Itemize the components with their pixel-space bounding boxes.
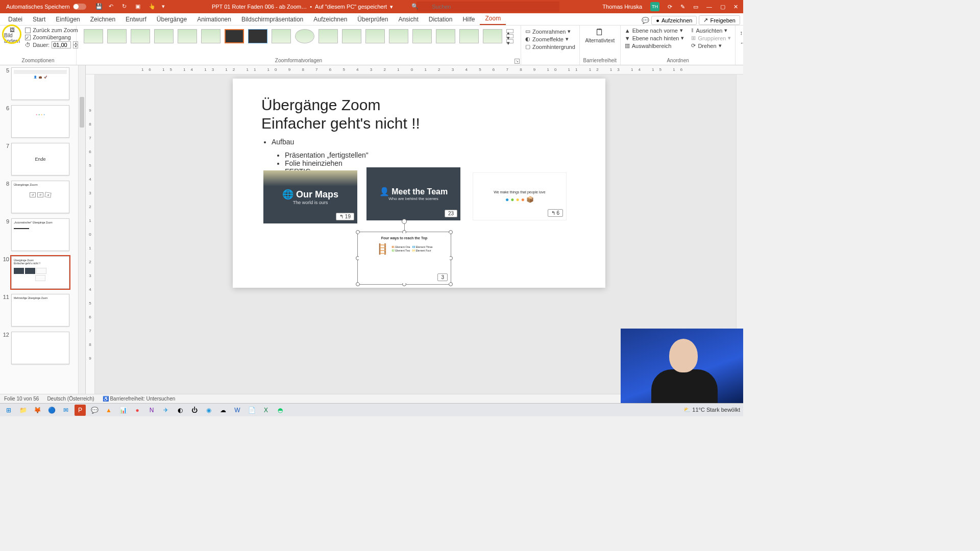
coming-soon-icon[interactable]: ✎ [680, 4, 685, 10]
app-icon-4[interactable]: ◐ [175, 405, 186, 416]
slide-counter[interactable]: Folie 10 von 56 [4, 396, 39, 402]
app-icon-6[interactable]: ◉ [203, 405, 214, 416]
height-field[interactable]: ↕ Höhe: ▴▾ [740, 29, 743, 36]
width-field[interactable]: ↔ Breite: ▴▾ [740, 39, 743, 46]
slide-thumb-11[interactable]: Mehrstufige Übergänge Zoom [11, 294, 69, 327]
zoom-style-14[interactable] [389, 29, 408, 43]
selected-zoom-object[interactable]: Four ways to reach the Top 🪜 01 Element … [357, 232, 451, 285]
change-image-button[interactable]: 🖼 Bild ändern [4, 27, 20, 44]
outlook-icon[interactable]: ✉ [60, 405, 71, 416]
rotate-handle[interactable] [402, 219, 407, 224]
zoom-background-button[interactable]: ▢ Zoomhintergrund [525, 43, 575, 50]
bring-forward-button[interactable]: ▲ Ebene nach vorne ▾ [625, 27, 684, 34]
zoom-object-maps[interactable]: 🌐 Our Maps The world is ours ↰ 19 [263, 170, 357, 223]
zoom-style-11[interactable] [318, 29, 338, 43]
zoom-style-12[interactable] [342, 29, 361, 43]
zoom-style-17[interactable] [459, 29, 479, 43]
zoom-style-18[interactable] [483, 29, 502, 43]
tab-uebergaenge[interactable]: Übergänge [152, 14, 192, 25]
zoom-style-2[interactable] [107, 29, 127, 43]
window-layout-icon[interactable]: ▭ [693, 4, 698, 10]
redo-icon[interactable]: ↻ [122, 3, 129, 10]
slide-thumb-9[interactable]: „Automatischer" Übergänge Zoom [11, 218, 69, 251]
weather-widget[interactable]: ⛅ 11°C Stark bewölkt [683, 407, 740, 413]
tab-hilfe[interactable]: Hilfe [457, 14, 480, 25]
slide-thumb-6[interactable]: ●●●● [11, 105, 69, 138]
explorer-icon[interactable]: 📁 [17, 405, 29, 416]
duration-field[interactable]: ⏱Dauer: ▴▾ [25, 41, 78, 48]
tab-start[interactable]: Start [28, 14, 51, 25]
zoom-style-10[interactable] [295, 29, 314, 43]
slide-thumb-8[interactable]: Übergänge Zoom↺↺↺ [11, 181, 69, 213]
zoom-style-5[interactable] [178, 29, 197, 43]
slide-thumb-5[interactable]: 👤💼🚀 [11, 67, 69, 100]
share-button[interactable]: ↗ Freigeben [699, 15, 740, 25]
user-name[interactable]: Thomas Hruska [602, 4, 642, 10]
thumbnail-scrollbar[interactable] [78, 65, 85, 394]
zoom-frame-button[interactable]: ▭ Zoomrahmen ▾ [525, 28, 575, 35]
app-icon-8[interactable]: 📄 [246, 405, 257, 416]
present-icon[interactable]: ▣ [135, 3, 142, 10]
zoom-style-9[interactable] [272, 29, 291, 43]
user-avatar[interactable]: TH [650, 2, 659, 11]
tab-ansicht[interactable]: Ansicht [393, 14, 423, 25]
save-icon[interactable]: 💾 [95, 3, 103, 10]
search-input[interactable] [416, 2, 559, 12]
zoom-style-16[interactable] [436, 29, 455, 43]
selection-pane-button[interactable]: ▥ Auswahlbereich [625, 42, 684, 49]
telegram-icon[interactable]: ✈ [160, 405, 172, 416]
zoom-style-4[interactable] [154, 29, 174, 43]
record-button[interactable]: ● Aufzeichnen [651, 16, 697, 25]
word-icon[interactable]: W [232, 405, 243, 416]
zoom-object-team[interactable]: 👤 Meet the Team Who are behind the scene… [366, 167, 460, 220]
alt-text-button[interactable]: 🗒 Alternativtext [585, 27, 615, 43]
tab-bildschirm[interactable]: Bildschirmpräsentation [236, 14, 308, 25]
tab-animationen[interactable]: Animationen [192, 14, 236, 25]
slide-thumb-12[interactable] [11, 332, 69, 364]
app-icon-3[interactable]: ● [132, 405, 143, 416]
app-icon-7[interactable]: ☁ [217, 405, 229, 416]
duration-input[interactable] [52, 41, 71, 48]
tab-aufzeichnen[interactable]: Aufzeichnen [308, 14, 352, 25]
start-button[interactable]: ⊞ [3, 405, 14, 416]
close-icon[interactable]: ✕ [733, 4, 738, 10]
zoom-style-13[interactable] [365, 29, 385, 43]
chrome-icon[interactable]: 🔵 [46, 405, 57, 416]
align-button[interactable]: ⫴ Ausrichten ▾ [691, 27, 731, 34]
zoom-effects-button[interactable]: ◐ Zoomeffekte ▾ [525, 36, 575, 42]
tab-einfuegen[interactable]: Einfügen [51, 14, 85, 25]
firefox-icon[interactable]: 🦊 [32, 405, 43, 416]
minimize-icon[interactable]: ― [706, 4, 712, 10]
autosave-toggle[interactable]: Automatisches Speichern [6, 4, 86, 10]
comments-icon[interactable]: 💬 [642, 17, 649, 24]
zoom-style-15[interactable] [412, 29, 432, 43]
qat-more-icon[interactable]: ▾ [162, 3, 169, 10]
edge-icon[interactable]: ◓ [275, 405, 286, 416]
zoom-style-8[interactable] [248, 29, 267, 43]
zoom-style-3[interactable] [131, 29, 150, 43]
app-icon-5[interactable]: ⏻ [189, 405, 200, 416]
return-to-zoom-checkbox[interactable]: Zurück zum Zoom [25, 27, 78, 33]
saved-location[interactable]: Auf "diesem PC" gespeichert [315, 4, 387, 10]
undo-icon[interactable]: ↶ [109, 3, 116, 10]
tab-datei[interactable]: Datei [3, 14, 28, 25]
tab-zeichnen[interactable]: Zeichnen [85, 14, 120, 25]
slide-thumb-10[interactable]: Übergänge ZoomEinfacher geht's nicht !! [11, 256, 69, 289]
zoom-style-7[interactable] [225, 29, 244, 43]
gallery-more-button[interactable]: ▴▾▾ [506, 29, 513, 43]
chevron-down-icon[interactable]: ▾ [390, 4, 393, 10]
accessibility-check[interactable]: ♿ Barrierefreiheit: Untersuchen [103, 396, 176, 402]
touch-icon[interactable]: 👆 [149, 3, 156, 10]
tab-dictation[interactable]: Dictation [424, 14, 458, 25]
powerpoint-icon[interactable]: P [75, 405, 86, 416]
app-icon-2[interactable]: 📊 [117, 405, 129, 416]
dialog-launcher-icon[interactable]: ↘ [514, 59, 520, 64]
excel-icon[interactable]: X [260, 405, 272, 416]
tab-zoom[interactable]: Zoom [480, 13, 506, 25]
language-indicator[interactable]: Deutsch (Österreich) [47, 396, 94, 402]
rotate-button[interactable]: ⟳ Drehen ▾ [691, 42, 731, 49]
zoom-style-1[interactable] [84, 29, 103, 43]
slide-thumb-7[interactable]: Ende [11, 143, 69, 176]
zoom-style-gallery[interactable]: ▴▾▾ [81, 27, 517, 45]
maximize-icon[interactable]: ▢ [720, 4, 725, 10]
